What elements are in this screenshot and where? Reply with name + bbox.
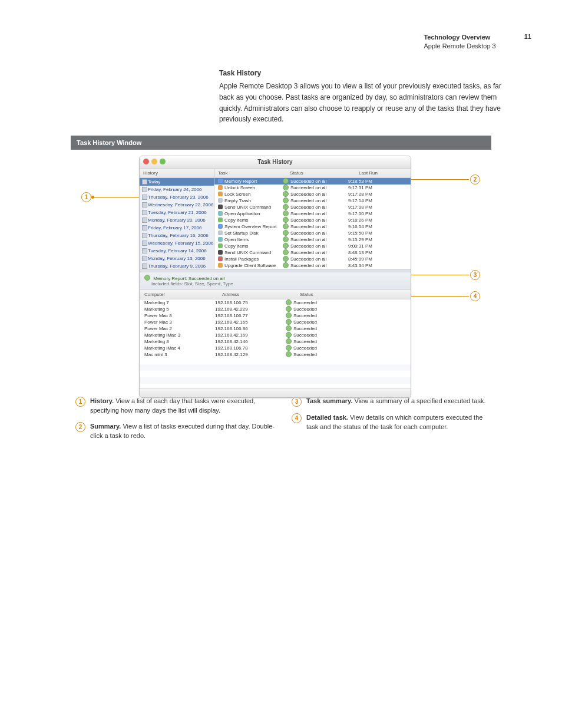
sidebar-item[interactable]: Wednesday, February 15, 2006 [140,239,214,247]
task-row[interactable]: Set Startup DiskSucceeded on all9:15:50 … [214,230,411,236]
success-icon [283,210,289,216]
detail-address: 192.168.106.86 [215,325,286,332]
task-row[interactable]: Upgrade Client SoftwareSucceeded on all8… [214,262,411,269]
task-name: Memory Report [224,178,257,185]
detail-row[interactable]: Power Mac 3192.168.42.165Succeeded [140,319,411,325]
callout-2: 2 [470,174,480,185]
task-icon [218,230,223,235]
col-detail-status-hdr[interactable]: Status [296,290,411,299]
task-icon [218,218,223,222]
detail-row[interactable]: Power Mac 2192.168.106.86Succeeded [140,325,411,332]
detail-row[interactable]: Marketing 5192.168.42.229Succeeded [140,306,411,312]
detail-address: 192.168.42.229 [215,306,286,312]
legend-num-1: 1 [75,397,85,407]
detail-address: 192.168.42.146 [215,338,286,345]
task-last-run: 8:45:09 PM [345,256,411,262]
detail-header-row: Computer Address Status [140,290,411,299]
success-icon [286,345,292,351]
task-status: Succeeded on all [290,185,326,191]
detail-row[interactable]: Mac mini 3192.168.42.129Succeeded [140,351,411,358]
close-icon[interactable] [143,159,149,164]
detail-row[interactable]: Marketing 8192.168.42.146Succeeded [140,338,411,345]
col-address-hdr[interactable]: Address [219,290,296,299]
success-icon [286,338,292,344]
task-row[interactable]: Open ItemsSucceeded on all9:15:29 PM [214,236,411,243]
diagram: 1 2 3 4 Task History History TodayFriday… [18,156,544,380]
task-row[interactable]: Copy ItemsSucceeded on all9:00:31 PM [214,243,411,249]
sidebar-item[interactable]: Tuesday, February 14, 2006 [140,247,214,255]
detail-row[interactable]: Marketing 7192.168.106.75Succeeded [140,299,411,306]
legend-num-4: 4 [292,413,302,423]
sidebar-item[interactable]: Today [140,178,214,186]
detail-status: Succeeded [293,312,317,319]
task-row[interactable]: Open ApplicationSucceeded on all9:17:00 … [214,210,411,217]
task-name: Copy Items [224,217,248,223]
task-status: Succeeded on all [290,236,326,243]
task-status: Succeeded on all [290,223,326,230]
sidebar-item[interactable]: Friday, February 17, 2006 [140,224,214,232]
body-column: Task History Apple Remote Desktop 3 allo… [219,68,509,125]
detail-computer: Power Mac 3 [140,319,215,325]
col-status-hdr[interactable]: Status [286,169,355,177]
task-row[interactable]: Send UNIX CommandSucceeded on all8:48:13… [214,249,411,256]
task-name: Send UNIX Command [224,204,271,210]
detail-computer: Marketing 7 [140,299,215,306]
sidebar-item[interactable]: Monday, February 13, 2006 [140,255,214,262]
sidebar-item[interactable]: Thursday, February 23, 2006 [140,193,214,201]
doc-title: Technology Overview [424,34,490,41]
task-name: Open Items [224,236,249,243]
task-row[interactable]: Copy ItemsSucceeded on all9:16:26 PM [214,217,411,223]
detail-body[interactable]: Marketing 7192.168.106.75SucceededMarket… [140,299,411,358]
sidebar-item[interactable]: Monday, February 20, 2006 [140,216,214,224]
sidebar-item[interactable]: Wednesday, February 22, 2006 [140,201,214,209]
success-icon [283,262,289,268]
task-status: Succeeded on all [290,249,326,256]
history-sidebar[interactable]: History TodayFriday, February 24, 2006Th… [140,169,214,269]
col-computer-hdr[interactable]: Computer [140,290,219,299]
task-row[interactable]: Install PackagesSucceeded on all8:45:09 … [214,256,411,262]
sidebar-item[interactable]: Friday, February 24, 2006 [140,186,214,193]
task-row[interactable]: System Overview ReportSucceeded on all9:… [214,223,411,230]
task-row[interactable]: Lock ScreenSucceeded on all9:17:28 PM [214,191,411,197]
sidebar-item[interactable]: Thursday, February 16, 2006 [140,232,214,239]
doc-subtitle: Apple Remote Desktop 3 [424,42,495,50]
detail-computer: Mac mini 3 [140,351,215,358]
detail-row[interactable]: Power Mac 8192.168.106.77Succeeded [140,312,411,319]
task-name: System Overview Report [224,223,276,230]
zoom-icon[interactable] [160,159,166,164]
sidebar-item[interactable]: Tuesday, February 21, 2006 [140,209,214,216]
col-task-hdr[interactable]: Task [214,169,286,177]
success-icon [283,223,289,229]
minimize-icon[interactable] [151,159,157,164]
detail-status: Succeeded [293,306,317,312]
detail-status: Succeeded [293,325,317,332]
task-row[interactable]: Memory ReportSucceeded on all9:18:53 PM [214,178,411,185]
tasks-pane[interactable]: Task Status Last Run Memory ReportSuccee… [214,169,411,269]
legend-3-text: View a summary of a specified executed t… [352,397,485,404]
success-icon [286,306,292,312]
window-titlebar[interactable]: Task History [140,156,411,169]
page-number: 11 [524,33,531,40]
legend-2-bold: Summary. [90,423,121,430]
task-row[interactable]: Send UNIX CommandSucceeded on all9:17:08… [214,204,411,210]
doc-title-block: Technology Overview Apple Remote Desktop… [424,33,495,51]
success-icon [286,325,292,331]
success-icon [286,299,292,305]
sidebar-item[interactable]: Thursday, February 9, 2006 [140,262,214,269]
task-icon [218,237,223,242]
task-icon [218,211,223,216]
detail-row[interactable]: Marketing iMac 3192.168.42.169Succeeded [140,332,411,338]
detail-row[interactable]: Marketing iMac 4192.168.106.78Succeeded [140,345,411,351]
window-controls[interactable] [143,159,166,164]
col-lastrun-hdr[interactable]: Last Run [355,169,411,177]
sidebar-header: History [140,169,214,178]
task-icon [218,243,223,248]
detail-computer: Marketing iMac 4 [140,345,215,351]
callout-4: 4 [470,291,480,301]
task-row[interactable]: Unlock ScreenSucceeded on all9:17:31 PM [214,185,411,191]
task-status: Succeeded on all [290,243,326,249]
task-status: Succeeded on all [290,210,326,217]
task-row[interactable]: Empty TrashSucceeded on all9:17:14 PM [214,197,411,204]
task-name: Empty Trash [224,197,251,204]
task-status: Succeeded on all [290,197,326,204]
